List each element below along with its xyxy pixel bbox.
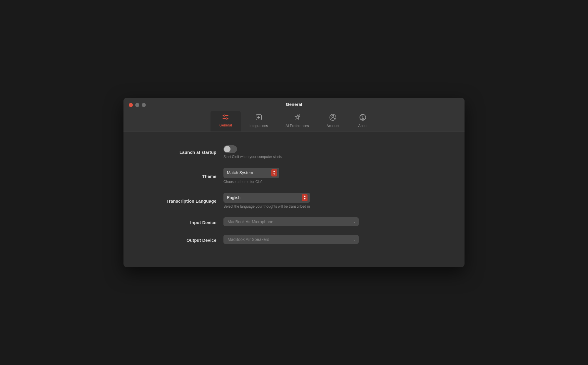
- output-device-label: Output Device: [141, 236, 223, 243]
- output-device-chevron: ⌄: [353, 237, 356, 241]
- tab-ai-preferences[interactable]: AI Preferences: [277, 111, 318, 131]
- tab-account[interactable]: Account: [318, 111, 348, 131]
- launch-startup-hint: Start Cleft when your computer starts: [223, 155, 282, 159]
- transcription-language-control: English ▲ ▼ Select the language your tho…: [223, 193, 310, 209]
- transcription-up-arrow[interactable]: ▲: [303, 195, 306, 198]
- title-bar: General General: [123, 98, 465, 131]
- input-device-control: MacBook Air Microphone ⌄: [223, 217, 359, 226]
- output-device-select[interactable]: MacBook Air Speakers ⌄: [223, 235, 359, 244]
- ai-preferences-icon: [293, 114, 301, 122]
- settings-content: Launch at startup Start Cleft when your …: [123, 132, 465, 268]
- transcription-language-label: Transcription Language: [141, 197, 223, 204]
- theme-select[interactable]: Match System ▲ ▼: [223, 168, 279, 178]
- window-title: General: [286, 102, 302, 107]
- transcription-language-select[interactable]: English ▲ ▼: [223, 193, 310, 203]
- transcription-language-hint: Select the language your thoughts will b…: [223, 204, 310, 209]
- tab-bar: General Integrations: [211, 111, 377, 131]
- theme-up-arrow[interactable]: ▲: [273, 170, 275, 173]
- theme-row: Theme Match System ▲ ▼ Choose a theme fo…: [141, 168, 447, 184]
- output-device-value: MacBook Air Speakers: [228, 237, 350, 242]
- svg-point-7: [299, 115, 300, 116]
- tab-ai-preferences-label: AI Preferences: [285, 124, 309, 128]
- input-device-row: Input Device MacBook Air Microphone ⌄: [141, 217, 447, 226]
- tab-about-label: About: [358, 124, 367, 128]
- launch-startup-label: Launch at startup: [141, 149, 223, 155]
- launch-startup-control: Start Cleft when your computer starts: [223, 145, 282, 159]
- svg-point-1: [224, 115, 225, 116]
- theme-value: Match System: [227, 170, 269, 175]
- app-window: General General: [123, 98, 465, 268]
- output-device-row: Output Device MacBook Air Speakers ⌄: [141, 235, 447, 244]
- maximize-button[interactable]: [142, 103, 146, 107]
- theme-hint: Choose a theme for Cleft: [223, 180, 279, 184]
- tab-integrations[interactable]: Integrations: [241, 111, 277, 131]
- tab-account-label: Account: [327, 124, 339, 128]
- svg-point-8: [332, 115, 334, 117]
- tab-about[interactable]: About: [348, 111, 377, 131]
- transcription-language-row: Transcription Language English ▲ ▼ Selec…: [141, 193, 447, 209]
- about-icon: [359, 114, 366, 122]
- theme-stepper-arrows[interactable]: ▲ ▼: [271, 169, 277, 176]
- general-icon: [222, 114, 229, 121]
- transcription-down-arrow[interactable]: ▼: [303, 198, 306, 201]
- input-device-label: Input Device: [141, 219, 223, 225]
- tab-general-label: General: [219, 123, 232, 127]
- transcription-stepper-arrows[interactable]: ▲ ▼: [302, 194, 308, 201]
- input-device-chevron: ⌄: [353, 220, 356, 224]
- close-button[interactable]: [129, 103, 133, 107]
- svg-point-3: [226, 118, 228, 119]
- theme-down-arrow[interactable]: ▼: [273, 173, 275, 176]
- input-device-value: MacBook Air Microphone: [228, 219, 350, 224]
- tab-integrations-label: Integrations: [250, 124, 268, 128]
- launch-startup-toggle[interactable]: [223, 145, 237, 153]
- traffic-lights: [129, 103, 146, 107]
- theme-control: Match System ▲ ▼ Choose a theme for Clef…: [223, 168, 279, 184]
- transcription-language-value: English: [227, 195, 300, 200]
- minimize-button[interactable]: [135, 103, 139, 107]
- output-device-control: MacBook Air Speakers ⌄: [223, 235, 359, 244]
- input-device-select[interactable]: MacBook Air Microphone ⌄: [223, 217, 359, 226]
- integrations-icon: [255, 114, 262, 122]
- account-icon: [329, 114, 336, 122]
- theme-label: Theme: [141, 173, 223, 179]
- tab-general[interactable]: General: [211, 111, 241, 131]
- launch-startup-row: Launch at startup Start Cleft when your …: [141, 145, 447, 159]
